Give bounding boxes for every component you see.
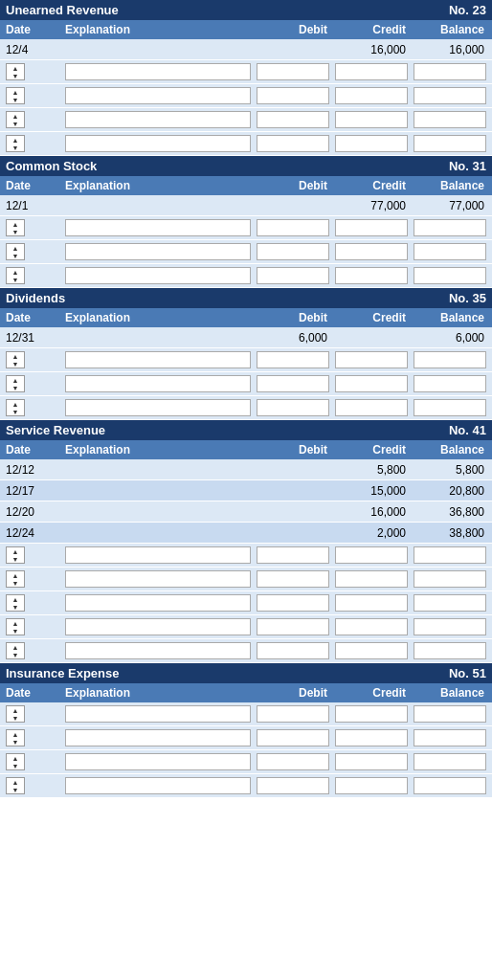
unearned-revenue-input-row-2-debit-input[interactable] bbox=[257, 111, 329, 128]
insurance-expense-input-row-3-credit-input[interactable] bbox=[335, 777, 408, 794]
dividends-input-row-1-debit-input[interactable] bbox=[257, 375, 329, 392]
unearned-revenue-input-row-3-spinner[interactable]: ▲▼ bbox=[6, 135, 25, 152]
unearned-revenue-input-row-3-explanation-input[interactable] bbox=[65, 135, 251, 152]
common-stock-input-row-1-credit-input[interactable] bbox=[335, 243, 408, 260]
insurance-expense-input-row-3-spinner[interactable]: ▲▼ bbox=[6, 777, 25, 794]
dividends-input-row-0-spinner-down[interactable]: ▼ bbox=[7, 360, 24, 368]
unearned-revenue-input-row-0-explanation-input[interactable] bbox=[65, 63, 251, 80]
service-revenue-input-row-0-spinner[interactable]: ▲▼ bbox=[6, 546, 25, 564]
service-revenue-input-row-1-explanation-input[interactable] bbox=[65, 570, 251, 588]
dividends-input-row-1-spinner-down[interactable]: ▼ bbox=[7, 384, 24, 391]
service-revenue-input-row-0-balance-input[interactable] bbox=[414, 546, 486, 564]
service-revenue-input-row-1-balance-input[interactable] bbox=[414, 570, 486, 588]
service-revenue-input-row-4-spinner[interactable]: ▲▼ bbox=[6, 642, 25, 659]
insurance-expense-input-row-3-balance-input[interactable] bbox=[414, 777, 486, 794]
insurance-expense-input-row-3-explanation-input[interactable] bbox=[65, 777, 251, 794]
service-revenue-input-row-2-spinner-up[interactable]: ▲ bbox=[7, 595, 24, 603]
insurance-expense-input-row-1-spinner-down[interactable]: ▼ bbox=[7, 738, 24, 746]
common-stock-input-row-2-credit-input[interactable] bbox=[335, 267, 408, 284]
insurance-expense-input-row-3-spinner-down[interactable]: ▼ bbox=[7, 786, 24, 793]
unearned-revenue-input-row-3-credit-input[interactable] bbox=[335, 135, 408, 152]
insurance-expense-input-row-2-spinner-up[interactable]: ▲ bbox=[7, 754, 24, 762]
service-revenue-input-row-4-explanation-input[interactable] bbox=[65, 642, 251, 659]
unearned-revenue-input-row-1-explanation-input[interactable] bbox=[65, 87, 251, 104]
insurance-expense-input-row-1-balance-input[interactable] bbox=[414, 729, 486, 746]
unearned-revenue-input-row-0-spinner[interactable]: ▲▼ bbox=[6, 63, 25, 80]
dividends-input-row-0-credit-input[interactable] bbox=[335, 351, 408, 368]
service-revenue-input-row-4-debit-input[interactable] bbox=[257, 642, 329, 659]
unearned-revenue-input-row-1-balance-input[interactable] bbox=[414, 87, 486, 104]
service-revenue-input-row-0-debit-input[interactable] bbox=[257, 546, 329, 564]
service-revenue-input-row-3-spinner[interactable]: ▲▼ bbox=[6, 618, 25, 635]
unearned-revenue-input-row-2-credit-input[interactable] bbox=[335, 111, 408, 128]
service-revenue-input-row-0-credit-input[interactable] bbox=[335, 546, 408, 564]
service-revenue-input-row-4-spinner-up[interactable]: ▲ bbox=[7, 643, 24, 651]
dividends-input-row-2-spinner-up[interactable]: ▲ bbox=[7, 400, 24, 408]
dividends-input-row-2-credit-input[interactable] bbox=[335, 399, 408, 416]
dividends-input-row-0-spinner-up[interactable]: ▲ bbox=[7, 352, 24, 360]
dividends-input-row-2-debit-input[interactable] bbox=[257, 399, 329, 416]
dividends-input-row-2-spinner[interactable]: ▲▼ bbox=[6, 399, 25, 416]
common-stock-input-row-0-spinner-up[interactable]: ▲ bbox=[7, 220, 24, 228]
service-revenue-input-row-3-spinner-up[interactable]: ▲ bbox=[7, 619, 24, 627]
common-stock-input-row-0-balance-input[interactable] bbox=[414, 219, 486, 236]
dividends-input-row-1-balance-input[interactable] bbox=[414, 375, 486, 392]
insurance-expense-input-row-2-spinner[interactable]: ▲▼ bbox=[6, 753, 25, 770]
insurance-expense-input-row-0-spinner-down[interactable]: ▼ bbox=[7, 714, 24, 722]
unearned-revenue-input-row-2-spinner[interactable]: ▲▼ bbox=[6, 111, 25, 128]
common-stock-input-row-0-debit-input[interactable] bbox=[257, 219, 329, 236]
insurance-expense-input-row-0-explanation-input[interactable] bbox=[65, 705, 251, 723]
insurance-expense-input-row-3-spinner-up[interactable]: ▲ bbox=[7, 778, 24, 786]
dividends-input-row-1-spinner-up[interactable]: ▲ bbox=[7, 376, 24, 384]
common-stock-input-row-0-spinner[interactable]: ▲▼ bbox=[6, 219, 25, 236]
unearned-revenue-input-row-1-spinner-down[interactable]: ▼ bbox=[7, 96, 24, 103]
service-revenue-input-row-3-debit-input[interactable] bbox=[257, 618, 329, 635]
insurance-expense-input-row-2-balance-input[interactable] bbox=[414, 753, 486, 770]
service-revenue-input-row-0-explanation-input[interactable] bbox=[65, 546, 251, 564]
insurance-expense-input-row-0-credit-input[interactable] bbox=[335, 705, 408, 723]
unearned-revenue-input-row-2-spinner-down[interactable]: ▼ bbox=[7, 120, 24, 127]
insurance-expense-input-row-0-spinner[interactable]: ▲▼ bbox=[6, 705, 25, 723]
common-stock-input-row-2-debit-input[interactable] bbox=[257, 267, 329, 284]
dividends-input-row-0-spinner[interactable]: ▲▼ bbox=[6, 351, 25, 368]
common-stock-input-row-2-spinner-down[interactable]: ▼ bbox=[7, 276, 24, 283]
insurance-expense-input-row-1-spinner[interactable]: ▲▼ bbox=[6, 729, 25, 746]
dividends-input-row-2-balance-input[interactable] bbox=[414, 399, 486, 416]
dividends-input-row-1-explanation-input[interactable] bbox=[65, 375, 251, 392]
unearned-revenue-input-row-0-debit-input[interactable] bbox=[257, 63, 329, 80]
unearned-revenue-input-row-1-credit-input[interactable] bbox=[335, 87, 408, 104]
insurance-expense-input-row-2-explanation-input[interactable] bbox=[65, 753, 251, 770]
dividends-input-row-2-spinner-down[interactable]: ▼ bbox=[7, 408, 24, 415]
common-stock-input-row-1-explanation-input[interactable] bbox=[65, 243, 251, 260]
dividends-input-row-0-balance-input[interactable] bbox=[414, 351, 486, 368]
common-stock-input-row-0-spinner-down[interactable]: ▼ bbox=[7, 228, 24, 235]
common-stock-input-row-0-credit-input[interactable] bbox=[335, 219, 408, 236]
service-revenue-input-row-4-balance-input[interactable] bbox=[414, 642, 486, 659]
dividends-input-row-0-explanation-input[interactable] bbox=[65, 351, 251, 368]
service-revenue-input-row-3-explanation-input[interactable] bbox=[65, 618, 251, 635]
insurance-expense-input-row-2-debit-input[interactable] bbox=[257, 753, 329, 770]
service-revenue-input-row-2-spinner-down[interactable]: ▼ bbox=[7, 603, 24, 611]
service-revenue-input-row-0-spinner-up[interactable]: ▲ bbox=[7, 547, 24, 555]
insurance-expense-input-row-0-spinner-up[interactable]: ▲ bbox=[7, 706, 24, 714]
unearned-revenue-input-row-3-spinner-down[interactable]: ▼ bbox=[7, 144, 24, 151]
common-stock-input-row-0-explanation-input[interactable] bbox=[65, 219, 251, 236]
insurance-expense-input-row-0-balance-input[interactable] bbox=[414, 705, 486, 723]
service-revenue-input-row-1-spinner[interactable]: ▲▼ bbox=[6, 570, 25, 588]
unearned-revenue-input-row-1-spinner[interactable]: ▲▼ bbox=[6, 87, 25, 104]
service-revenue-input-row-1-debit-input[interactable] bbox=[257, 570, 329, 588]
unearned-revenue-input-row-3-balance-input[interactable] bbox=[414, 135, 486, 152]
service-revenue-input-row-2-explanation-input[interactable] bbox=[65, 594, 251, 612]
service-revenue-input-row-1-spinner-up[interactable]: ▲ bbox=[7, 571, 24, 579]
common-stock-input-row-1-balance-input[interactable] bbox=[414, 243, 486, 260]
unearned-revenue-input-row-0-spinner-down[interactable]: ▼ bbox=[7, 72, 24, 79]
insurance-expense-input-row-1-explanation-input[interactable] bbox=[65, 729, 251, 746]
dividends-input-row-1-credit-input[interactable] bbox=[335, 375, 408, 392]
dividends-input-row-1-spinner[interactable]: ▲▼ bbox=[6, 375, 25, 392]
service-revenue-input-row-4-credit-input[interactable] bbox=[335, 642, 408, 659]
dividends-input-row-0-debit-input[interactable] bbox=[257, 351, 329, 368]
common-stock-input-row-1-spinner-up[interactable]: ▲ bbox=[7, 244, 24, 252]
common-stock-input-row-1-spinner[interactable]: ▲▼ bbox=[6, 243, 25, 260]
insurance-expense-input-row-1-debit-input[interactable] bbox=[257, 729, 329, 746]
unearned-revenue-input-row-0-spinner-up[interactable]: ▲ bbox=[7, 64, 24, 72]
